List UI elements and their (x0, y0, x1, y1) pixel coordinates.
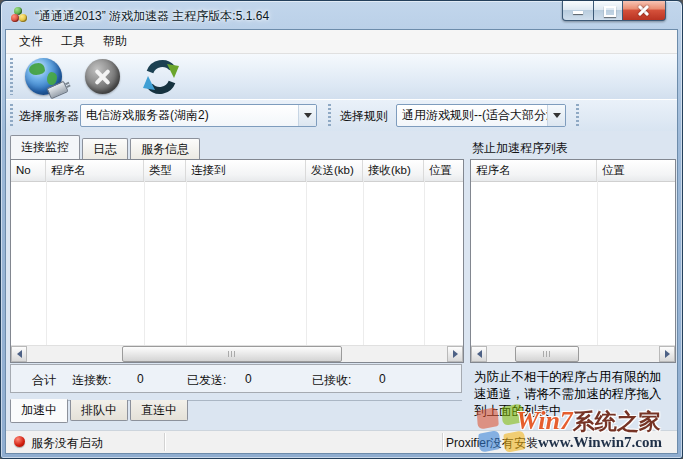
title-bar[interactable]: “通通通2013” 游戏加速器 主程序版本:5.1.64 (1, 1, 682, 29)
arrow-left-icon (17, 350, 22, 358)
col-program[interactable]: 程序名 (46, 160, 144, 181)
toolbar (6, 54, 677, 99)
menu-bar: 文件 工具 帮助 (6, 30, 677, 54)
maximize-button[interactable] (594, 1, 623, 21)
summary-received-label: 已接收: (312, 372, 351, 389)
close-button[interactable] (623, 1, 666, 21)
service-status-text: 服务没有启动 (31, 435, 103, 452)
scroll-right-button[interactable] (447, 346, 463, 362)
monitor-tabs: 连接监控 日志 服务信息 (10, 137, 202, 159)
connection-table-header: No 程序名 类型 连接到 发送(kb) 接收(kb) 位置 (11, 160, 463, 182)
refresh-button[interactable] (140, 56, 182, 97)
server-select-label: 选择服务器 (19, 108, 79, 125)
col-program[interactable]: 程序名 (471, 160, 597, 181)
scroll-track[interactable] (27, 346, 447, 362)
window-controls (562, 1, 666, 20)
rule-select-arrow[interactable] (547, 105, 565, 126)
scroll-track[interactable] (487, 346, 659, 362)
connection-table-hscrollbar[interactable] (11, 345, 463, 362)
rule-select-value: 通用游戏规则--(适合大部分游戏 (397, 107, 547, 124)
status-bar: 服务没有启动 Proxifier没有安装 (6, 430, 677, 453)
rule-select-label: 选择规则 (340, 108, 388, 125)
tab-queued[interactable]: 排队中 (70, 400, 128, 421)
arrow-left-icon (477, 350, 482, 358)
blocked-list-title: 禁止加速程序列表 (472, 140, 568, 157)
arrow-right-icon (453, 350, 458, 358)
proxifier-status-text: Proxifier没有安装 (446, 435, 538, 452)
tab-accelerating[interactable]: 加速中 (10, 399, 68, 423)
connect-button[interactable] (22, 56, 64, 97)
menu-help[interactable]: 帮助 (94, 30, 136, 53)
column-divider (46, 181, 47, 345)
rule-select[interactable]: 通用游戏规则--(适合大部分游戏 (396, 104, 566, 127)
summary-total-label: 合计 (32, 372, 56, 389)
server-select[interactable]: 电信游戏服务器(湖南2) (80, 104, 317, 127)
column-divider (186, 181, 187, 345)
summary-connections-label: 连接数: (72, 372, 111, 389)
status-divider (442, 433, 443, 451)
options-gripper-2 (328, 104, 331, 127)
window-title: “通通通2013” 游戏加速器 主程序版本:5.1.64 (35, 8, 269, 25)
blocked-list-hint: 为防止不相干的程序占用有限的加速通道，请将不需加速的程序拖入到上面的列表中。 (474, 369, 672, 420)
chevron-down-icon (553, 113, 561, 118)
client-area: 文件 工具 帮助 (5, 29, 678, 454)
options-gripper-3 (576, 104, 579, 127)
col-connect-to[interactable]: 连接到 (186, 160, 306, 181)
tab-direct[interactable]: 直连中 (130, 400, 188, 421)
connection-table: No 程序名 类型 连接到 发送(kb) 接收(kb) 位置 (10, 159, 464, 363)
scroll-left-button[interactable] (11, 346, 27, 362)
tab-log[interactable]: 日志 (82, 138, 128, 159)
column-divider (424, 181, 425, 345)
service-status-icon (14, 436, 25, 447)
col-no[interactable]: No (11, 160, 46, 181)
blocked-table: 程序名 位置 (470, 159, 676, 363)
column-divider (597, 181, 598, 345)
bottom-tabs: 加速中 排队中 直连中 (10, 400, 190, 423)
options-gripper-1 (10, 104, 13, 127)
column-divider (144, 181, 145, 345)
blocked-table-hscrollbar[interactable] (471, 345, 675, 362)
server-select-value: 电信游戏服务器(湖南2) (81, 107, 298, 124)
disconnect-button[interactable] (81, 56, 123, 97)
blocked-table-header: 程序名 位置 (471, 160, 675, 182)
summary-received-value: 0 (379, 372, 386, 386)
main-content: 连接监控 日志 服务信息 禁止加速程序列表 No 程序名 类型 连接到 发送(k… (6, 131, 677, 431)
column-divider (363, 181, 364, 345)
summary-sent-value: 0 (245, 372, 252, 386)
scroll-left-button[interactable] (471, 346, 487, 362)
chevron-down-icon (304, 113, 312, 118)
scroll-thumb[interactable] (122, 346, 342, 362)
status-divider (164, 433, 165, 451)
close-icon (637, 4, 650, 17)
column-divider (306, 181, 307, 345)
options-row: 选择服务器 电信游戏服务器(湖南2) 选择规则 通用游戏规则--(适合大部分游戏 (6, 99, 677, 132)
maximize-icon (604, 6, 616, 17)
app-window: “通通通2013” 游戏加速器 主程序版本:5.1.64 文件 工具 帮助 (0, 0, 683, 459)
arrow-right-icon (665, 350, 670, 358)
col-received[interactable]: 接收(kb) (363, 160, 424, 181)
scroll-right-button[interactable] (659, 346, 675, 362)
summary-connections-value: 0 (137, 372, 144, 386)
summary-box: 合计 连接数: 0 已发送: 0 已接收: 0 (10, 364, 462, 393)
minimize-button[interactable] (562, 1, 594, 21)
toolbar-gripper (10, 58, 13, 95)
connect-globe-icon (25, 58, 62, 95)
tab-service-info[interactable]: 服务信息 (130, 138, 200, 159)
app-icon (11, 7, 29, 23)
tab-connection-monitor[interactable]: 连接监控 (10, 135, 80, 159)
server-select-arrow[interactable] (298, 105, 316, 126)
menu-file[interactable]: 文件 (10, 30, 52, 53)
scroll-thumb[interactable] (515, 346, 579, 362)
col-sent[interactable]: 发送(kb) (306, 160, 363, 181)
col-type[interactable]: 类型 (144, 160, 186, 181)
minimize-icon (573, 11, 583, 14)
col-location[interactable]: 位置 (424, 160, 463, 181)
disconnect-x-icon (85, 59, 120, 94)
menu-tools[interactable]: 工具 (52, 30, 94, 53)
summary-sent-label: 已发送: (187, 372, 226, 389)
col-location[interactable]: 位置 (597, 160, 675, 181)
refresh-icon (141, 57, 181, 97)
